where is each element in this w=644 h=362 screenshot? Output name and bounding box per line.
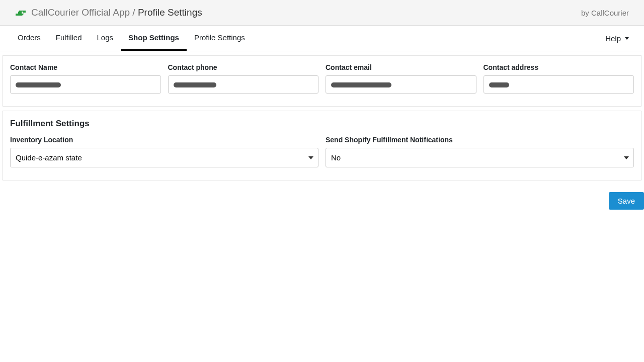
contact-name-group: Contact Name [10, 63, 161, 94]
contact-phone-input[interactable] [168, 75, 319, 94]
contact-address-group: Contact address [484, 63, 634, 94]
contact-phone-label: Contact phone [168, 63, 319, 71]
tabs: Orders Fulfilled Logs Shop Settings Prof… [10, 26, 253, 51]
save-row: Save [0, 185, 644, 210]
by-vendor-text: by CallCourier [581, 9, 629, 17]
inventory-location-group: Inventory Location Quide-e-azam state [10, 136, 318, 167]
chevron-down-icon [625, 37, 629, 40]
callcourier-logo-icon [15, 9, 26, 16]
contact-name-input[interactable] [10, 75, 161, 94]
redacted-text [489, 82, 509, 87]
tab-fulfilled[interactable]: Fulfilled [48, 26, 90, 51]
save-button[interactable]: Save [609, 192, 644, 210]
inventory-location-select-wrap: Quide-e-azam state [10, 148, 318, 167]
notifications-label: Send Shopify Fulfillment Notifications [326, 136, 634, 144]
notifications-group: Send Shopify Fulfillment Notifications N… [326, 136, 634, 167]
tab-profile-settings[interactable]: Profile Settings [187, 26, 253, 51]
tab-logs[interactable]: Logs [90, 26, 121, 51]
header-left: CallCourier Official App / Profile Setti… [15, 7, 202, 18]
tabs-bar: Orders Fulfilled Logs Shop Settings Prof… [0, 26, 644, 51]
contact-address-input[interactable] [484, 75, 634, 94]
contact-email-group: Contact email [326, 63, 476, 94]
tab-shop-settings[interactable]: Shop Settings [121, 26, 187, 51]
contact-phone-group: Contact phone [168, 63, 319, 94]
breadcrumb-app-name[interactable]: CallCourier Official App [31, 7, 130, 18]
redacted-text [331, 82, 391, 87]
inventory-location-label: Inventory Location [10, 136, 318, 144]
help-label: Help [605, 34, 621, 43]
contact-card: Contact Name Contact phone Contact email… [2, 55, 642, 107]
notifications-select-wrap: No [326, 148, 634, 167]
redacted-text [16, 82, 61, 87]
fulfillment-card: Fulfillment Settings Inventory Location … [2, 111, 642, 180]
contact-name-label: Contact Name [10, 63, 161, 71]
fulfillment-row: Inventory Location Quide-e-azam state Se… [10, 136, 634, 167]
breadcrumb: CallCourier Official App / Profile Setti… [31, 7, 202, 18]
contact-address-label: Contact address [484, 63, 634, 71]
fulfillment-section-title: Fulfillment Settings [10, 119, 634, 129]
inventory-location-select[interactable]: Quide-e-azam state [10, 148, 318, 167]
app-header: CallCourier Official App / Profile Setti… [0, 0, 644, 26]
breadcrumb-separator: / [132, 7, 135, 18]
help-button[interactable]: Help [600, 27, 634, 50]
contact-email-input[interactable] [326, 75, 476, 94]
redacted-text [174, 82, 216, 87]
contact-email-label: Contact email [326, 63, 476, 71]
tab-orders[interactable]: Orders [10, 26, 48, 51]
notifications-select[interactable]: No [326, 148, 634, 167]
contact-row: Contact Name Contact phone Contact email… [10, 63, 634, 94]
breadcrumb-page-title: Profile Settings [138, 7, 202, 18]
